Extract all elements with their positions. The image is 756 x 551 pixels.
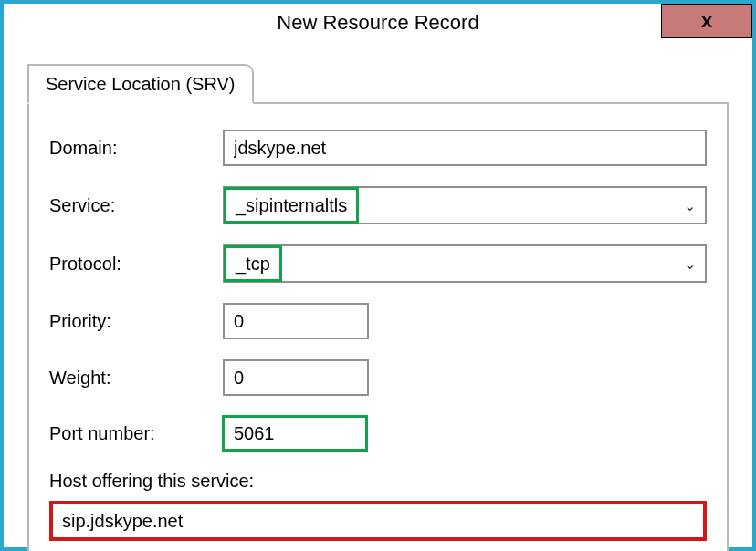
tab-strip: Service Location (SRV)	[27, 64, 729, 104]
row-port: Port number:	[49, 416, 707, 451]
row-weight: Weight:	[49, 359, 707, 396]
protocol-combobox[interactable]: _tcp ⌄	[223, 244, 707, 283]
close-button[interactable]: x	[661, 4, 752, 38]
row-protocol: Protocol: _tcp ⌄	[49, 244, 707, 283]
client-area: Service Location (SRV) Domain: Service: …	[4, 42, 752, 551]
domain-field[interactable]	[223, 130, 707, 166]
label-host: Host offering this service:	[49, 471, 707, 492]
service-combobox[interactable]: _sipinternaltls ⌄	[223, 186, 707, 224]
row-domain: Domain:	[49, 130, 707, 166]
label-weight: Weight:	[49, 368, 223, 389]
row-service: Service: _sipinternaltls ⌄	[49, 186, 707, 224]
weight-field[interactable]	[223, 359, 369, 396]
label-domain: Domain:	[49, 138, 223, 159]
chevron-down-icon: ⌄	[684, 197, 696, 214]
window-title: New Resource Record	[277, 11, 478, 35]
chevron-down-icon: ⌄	[684, 255, 696, 273]
host-highlight	[49, 501, 707, 541]
priority-field[interactable]	[223, 303, 369, 339]
tab-panel: Domain: Service: _sipinternaltls ⌄	[27, 102, 729, 551]
label-port: Port number:	[49, 423, 223, 444]
protocol-value: _tcp	[226, 248, 279, 279]
dialog-window: New Resource Record x Service Location (…	[0, 0, 756, 551]
tab-label: Service Location (SRV)	[46, 74, 236, 95]
row-priority: Priority:	[49, 303, 707, 339]
titlebar: New Resource Record x	[4, 4, 752, 42]
service-value: _sipinternaltls	[226, 190, 356, 221]
host-field[interactable]	[53, 504, 703, 537]
row-host: Host offering this service:	[49, 471, 707, 541]
label-protocol: Protocol:	[49, 254, 223, 275]
tab-service-location[interactable]: Service Location (SRV)	[27, 64, 254, 104]
label-priority: Priority:	[49, 311, 223, 332]
port-field[interactable]	[225, 418, 365, 449]
label-service: Service:	[49, 195, 223, 216]
close-icon: x	[701, 9, 712, 33]
